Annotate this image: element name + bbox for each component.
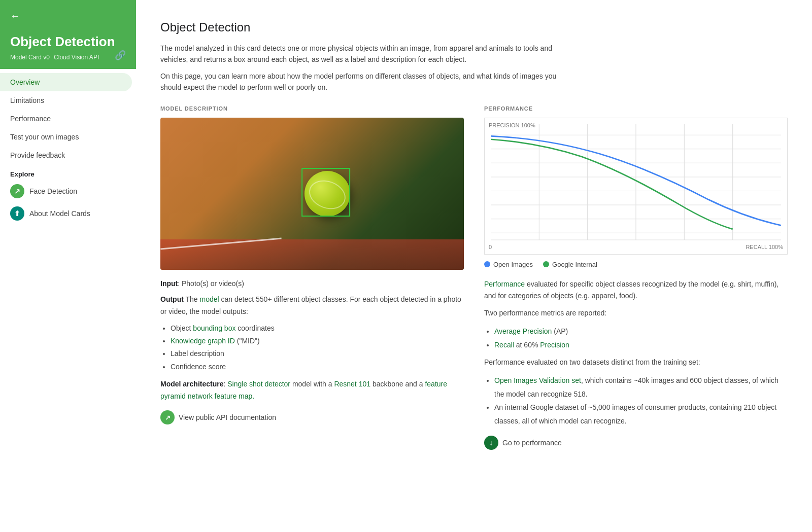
chart-x-label: RECALL 100% xyxy=(746,244,783,250)
cloud-vision-link[interactable]: Cloud Vision API xyxy=(54,54,99,61)
arch-label: Model architecture xyxy=(160,380,223,388)
nav-limitations-label: Limitations xyxy=(10,96,44,104)
back-button[interactable]: ← xyxy=(10,10,20,22)
sidebar-subtitle: Model Card v0 Cloud Vision API xyxy=(10,54,126,61)
perf-dataset-list: Open Images Validation set, which contai… xyxy=(484,374,788,428)
metric-recall: Recall at 60% Precision xyxy=(494,338,788,352)
perf-datasets-text: Performance evaluated on two datasets di… xyxy=(484,357,788,369)
chart-x-zero: 0 xyxy=(489,244,492,250)
right-column: PERFORMANCE PRECISION 100% 0 RECALL 100% xyxy=(484,105,788,450)
chart-svg xyxy=(491,124,781,248)
about-model-cards-icon: ⬆ xyxy=(10,206,24,221)
input-text: : Photo(s) or video(s) xyxy=(178,279,244,288)
chart-legend: Open Images Google Internal xyxy=(484,261,788,268)
input-label: Input xyxy=(160,279,178,288)
perf-intro-text: Performance evaluated for specific objec… xyxy=(484,278,788,303)
open-images-link[interactable]: Open Images Validation set xyxy=(494,376,581,384)
api-doc-icon: ↗ xyxy=(160,410,175,424)
precision-recall-chart: PRECISION 100% 0 RECALL 100% xyxy=(484,118,788,255)
input-line: Input: Photo(s) or video(s) xyxy=(160,278,464,290)
model-link[interactable]: model xyxy=(200,295,219,303)
perf-metrics-list: Average Precision (AP) Recall at 60% Pre… xyxy=(484,325,788,351)
bullet-bounding-box: Object bounding box coordinates xyxy=(171,322,464,335)
legend-dot-green xyxy=(543,261,549,267)
intro-paragraph-1: The model analyzed in this card detects … xyxy=(160,43,577,65)
face-detection-label: Face Detection xyxy=(29,187,77,195)
bullet-label: Label description xyxy=(171,347,464,360)
left-column: MODEL DESCRIPTION Input: Photo(s) or vid… xyxy=(160,105,464,450)
goto-performance-label: Go to performance xyxy=(502,439,562,447)
dataset-open-images: Open Images Validation set, which contai… xyxy=(494,374,788,401)
two-metrics-text: Two performance metrics are reported: xyxy=(484,307,788,320)
main-content: Object Detection The model analyzed in t… xyxy=(136,0,812,532)
bullet-confidence: Confidence score xyxy=(171,361,464,373)
avg-precision-link[interactable]: Average Precision xyxy=(494,327,552,335)
intro-paragraph-2: On this page, you can learn more about h… xyxy=(160,70,577,93)
recall-link[interactable]: Recall xyxy=(494,341,514,349)
sidebar: ← Object Detection Model Card v0 Cloud V… xyxy=(0,0,136,532)
single-shot-link[interactable]: Single shot detector xyxy=(227,380,290,388)
explore-label: Explore xyxy=(0,164,136,180)
detection-box xyxy=(301,168,350,217)
legend-google-label: Google Internal xyxy=(552,261,597,268)
legend-open-images: Open Images xyxy=(484,261,533,268)
api-doc-label: View public API documentation xyxy=(179,413,276,421)
nav-section: Overview Limitations Performance Test yo… xyxy=(0,69,136,532)
copy-link-icon[interactable]: 🔗 xyxy=(115,50,126,61)
face-detection-icon: ↗ xyxy=(10,184,24,198)
goto-performance-icon: ↓ xyxy=(484,436,498,450)
output-bullets: Object bounding box coordinates Knowledg… xyxy=(160,322,464,373)
sidebar-title: Object Detection xyxy=(10,34,126,50)
legend-google-internal: Google Internal xyxy=(543,261,597,268)
page-title: Object Detection xyxy=(160,20,788,34)
nav-overview-label: Overview xyxy=(10,78,40,86)
nav-feedback-label: Provide feedback xyxy=(10,151,65,159)
model-desc-label: MODEL DESCRIPTION xyxy=(160,105,464,112)
nav-performance-label: Performance xyxy=(10,115,51,123)
sidebar-header: ← Object Detection Model Card v0 Cloud V… xyxy=(0,0,136,69)
output-label: Output xyxy=(160,295,184,303)
output-line: Output The model can detect 550+ differe… xyxy=(160,294,464,318)
arch-line: Model architecture: Single shot detector… xyxy=(160,378,464,403)
nav-item-performance[interactable]: Performance xyxy=(0,110,132,128)
model-card-link[interactable]: Model Card v0 xyxy=(10,54,50,61)
metric-ap: Average Precision (AP) xyxy=(494,325,788,338)
model-image xyxy=(160,118,464,270)
chart-y-label: PRECISION 100% xyxy=(489,122,535,128)
resnet-link[interactable]: Resnet 101 xyxy=(334,380,370,388)
nav-item-overview[interactable]: Overview xyxy=(0,73,132,91)
nav-item-feedback[interactable]: Provide feedback xyxy=(0,146,132,164)
perf-intro-rest: evaluated for specific object classes re… xyxy=(484,280,779,300)
nav-face-detection[interactable]: ↗ Face Detection xyxy=(0,180,136,202)
about-model-cards-label: About Model Cards xyxy=(29,209,90,218)
bounding-box-link[interactable]: bounding box xyxy=(193,324,235,332)
output-text: The xyxy=(184,295,200,303)
performance-label: PERFORMANCE xyxy=(484,105,788,112)
precision-link[interactable]: Precision xyxy=(540,341,569,349)
goto-performance-link[interactable]: ↓ Go to performance xyxy=(484,436,788,450)
performance-intro-link[interactable]: Performance xyxy=(484,280,525,288)
legend-open-images-label: Open Images xyxy=(493,261,533,268)
nav-test-label: Test your own images xyxy=(10,133,79,141)
legend-dot-blue xyxy=(484,261,490,267)
nav-item-test-images[interactable]: Test your own images xyxy=(0,128,132,146)
bullet-knowledge-graph: Knowledge graph ID ("MID") xyxy=(171,335,464,347)
nav-about-model-cards[interactable]: ⬆ About Model Cards xyxy=(0,202,136,225)
knowledge-graph-link[interactable]: Knowledge graph ID xyxy=(171,337,235,345)
nav-item-limitations[interactable]: Limitations xyxy=(0,91,132,110)
dataset-google-internal: An internal Google dataset of ~5,000 ima… xyxy=(494,401,788,428)
api-doc-link[interactable]: ↗ View public API documentation xyxy=(160,410,464,424)
two-column-layout: MODEL DESCRIPTION Input: Photo(s) or vid… xyxy=(160,105,788,450)
